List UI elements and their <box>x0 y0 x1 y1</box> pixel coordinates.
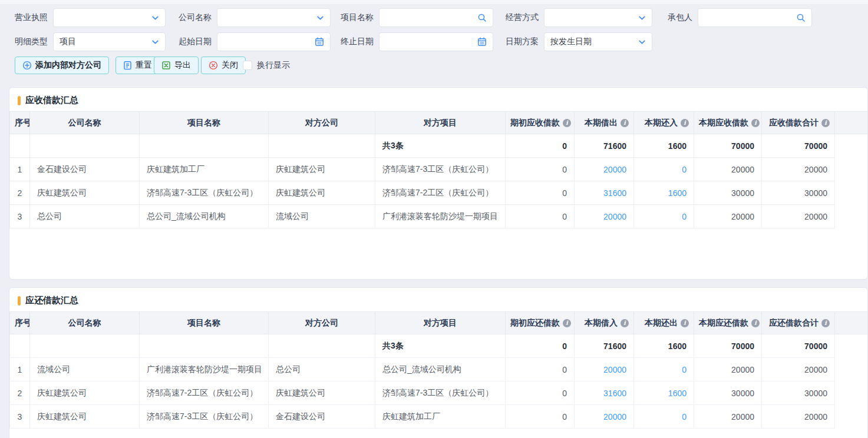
table-row: 3 庆虹建筑公司 济邹高速7-3工区（庆虹公司） 金石建设公司 庆虹建筑加工厂 … <box>10 405 868 429</box>
record-count: 共3条 <box>375 134 506 158</box>
wrap-display-group: 换行显示 <box>243 57 290 74</box>
calendar-icon[interactable] <box>477 37 487 47</box>
col-seq: 序号 <box>10 312 30 334</box>
info-icon[interactable]: i <box>681 319 689 327</box>
close-button-label: 关闭 <box>222 60 238 71</box>
date-scheme-value: 按发生日期 <box>550 36 592 47</box>
company-name-label: 公司名称 <box>179 12 212 23</box>
info-icon[interactable]: i <box>751 319 760 327</box>
amount-link[interactable]: 20000 <box>603 165 626 174</box>
search-icon[interactable] <box>477 13 487 22</box>
col-company: 公司名称 <box>30 312 140 334</box>
payable-summary-row: 共3条 0 71600 1600 70000 70000 <box>10 334 868 358</box>
operation-mode-label: 经营方式 <box>506 12 539 23</box>
start-date-input-box <box>217 32 331 51</box>
amount-link[interactable]: 31600 <box>603 188 626 198</box>
business-license-label: 营业执照 <box>15 12 48 23</box>
date-scheme-select[interactable]: 按发生日期 <box>544 32 652 51</box>
date-scheme-label: 日期方案 <box>506 36 539 47</box>
reset-button[interactable]: 重置 <box>115 57 160 74</box>
company-name-select[interactable] <box>217 8 331 27</box>
chevron-down-icon <box>151 14 159 22</box>
col-lent-out: 本期借出i <box>575 112 634 134</box>
info-icon[interactable]: i <box>621 119 629 127</box>
amount-link[interactable]: 0 <box>682 412 687 422</box>
table-row: 3 总公司 总公司_流域公司机构 流域公司 广利港滚装客轮防沙堤一期项目 0 2… <box>10 205 868 228</box>
reset-button-label: 重置 <box>136 60 152 71</box>
info-icon[interactable]: i <box>821 119 830 127</box>
info-icon[interactable]: i <box>563 119 571 127</box>
operation-mode-select[interactable] <box>544 8 652 27</box>
table-row: 2 庆虹建筑公司 济邹高速7-3工区（庆虹公司） 庆虹建筑公司 济邹高速7-2工… <box>10 181 868 205</box>
col-borrowed-in: 本期借入i <box>575 312 634 334</box>
col-project: 项目名称 <box>140 312 269 334</box>
receivable-header-row: 序号 公司名称 项目名称 对方公司 对方项目 期初应收借款i 本期借出i 本期还… <box>10 112 868 134</box>
info-icon[interactable]: i <box>751 119 760 127</box>
col-total-receivable: 应收借款合计i <box>762 112 835 134</box>
payable-panel-title: 应还借款汇总 <box>9 288 867 311</box>
start-date-label: 起始日期 <box>179 36 212 47</box>
filter-start-date: 起始日期 <box>179 32 331 51</box>
project-name-input[interactable] <box>385 13 477 22</box>
top-strip <box>0 0 868 4</box>
record-count: 共3条 <box>375 334 506 358</box>
calendar-icon[interactable] <box>315 37 324 47</box>
filter-date-scheme: 日期方案 按发生日期 <box>506 32 652 51</box>
search-icon[interactable] <box>796 13 806 22</box>
amount-link[interactable]: 0 <box>682 365 687 374</box>
reset-document-icon <box>123 61 132 70</box>
receivable-panel-title: 应收借款汇总 <box>9 88 867 111</box>
filter-project-name: 项目名称 <box>341 8 493 27</box>
chevron-down-icon <box>638 14 646 22</box>
filter-detail-type: 明细类型 项目 <box>15 32 166 51</box>
receivable-panel: 应收借款汇总 序号 公司名称 项目名称 对方公司 对方项目 期初应收借款i 本期… <box>9 87 868 280</box>
close-button[interactable]: 关闭 <box>201 57 246 74</box>
amount-link[interactable]: 31600 <box>603 389 626 398</box>
filter-end-date: 终止日期 <box>341 32 493 51</box>
detail-type-select[interactable]: 项目 <box>53 32 166 51</box>
col-repaid-in: 本期还入i <box>634 112 694 134</box>
add-internal-counterparty-button[interactable]: 添加内部对方公司 <box>15 57 109 74</box>
col-current-receivable: 本期应收借款i <box>694 112 762 134</box>
end-date-label: 终止日期 <box>341 36 374 47</box>
wrap-display-label: 换行显示 <box>257 60 290 71</box>
title-accent-bar <box>18 96 21 105</box>
detail-type-label: 明细类型 <box>15 36 48 47</box>
filter-company-name: 公司名称 <box>179 8 331 27</box>
amount-link[interactable]: 20000 <box>603 365 626 374</box>
chevron-down-icon <box>316 14 324 22</box>
col-filler <box>835 112 868 134</box>
contractor-input[interactable] <box>704 13 796 22</box>
add-button-label: 添加内部对方公司 <box>35 60 101 71</box>
receivable-table: 序号 公司名称 项目名称 对方公司 对方项目 期初应收借款i 本期借出i 本期还… <box>9 111 867 228</box>
end-date-input[interactable] <box>385 37 477 47</box>
info-icon[interactable]: i <box>563 319 571 327</box>
payable-panel: 应还借款汇总 序号 公司名称 项目名称 对方公司 对方项目 期初应还借款i 本期… <box>9 287 868 438</box>
amount-link[interactable]: 0 <box>682 212 687 221</box>
start-date-input[interactable] <box>223 37 315 47</box>
info-icon[interactable]: i <box>821 319 830 327</box>
filter-operation-mode: 经营方式 <box>506 8 652 27</box>
amount-link[interactable]: 1600 <box>668 188 687 198</box>
col-seq: 序号 <box>10 112 30 134</box>
amount-link[interactable]: 20000 <box>603 412 626 422</box>
chevron-down-icon <box>151 38 159 46</box>
amount-link[interactable]: 1600 <box>668 389 687 398</box>
table-row: 1 金石建设公司 庆虹建筑加工厂 庆虹建筑公司 济邹高速7-3工区（庆虹公司） … <box>10 158 868 181</box>
col-counterparty: 对方公司 <box>269 112 375 134</box>
project-name-input-box <box>379 8 493 27</box>
business-license-select[interactable] <box>53 8 166 27</box>
wrap-display-checkbox[interactable] <box>243 61 252 70</box>
payable-header-row: 序号 公司名称 项目名称 对方公司 对方项目 期初应还借款i 本期借入i 本期还… <box>10 312 868 334</box>
col-filler <box>835 312 868 334</box>
col-repaid-out: 本期还出i <box>634 312 694 334</box>
plus-circle-icon <box>22 61 32 70</box>
detail-type-value: 项目 <box>60 36 76 47</box>
amount-link[interactable]: 20000 <box>603 212 626 221</box>
amount-link[interactable]: 0 <box>682 165 687 174</box>
info-icon[interactable]: i <box>621 319 629 327</box>
info-icon[interactable]: i <box>681 119 689 127</box>
title-accent-bar <box>18 296 21 306</box>
table-row: 1 流域公司 广利港滚装客轮防沙堤一期项目 总公司 总公司_流域公司机构 0 2… <box>10 358 868 381</box>
export-button[interactable]: 导出 <box>154 57 199 74</box>
